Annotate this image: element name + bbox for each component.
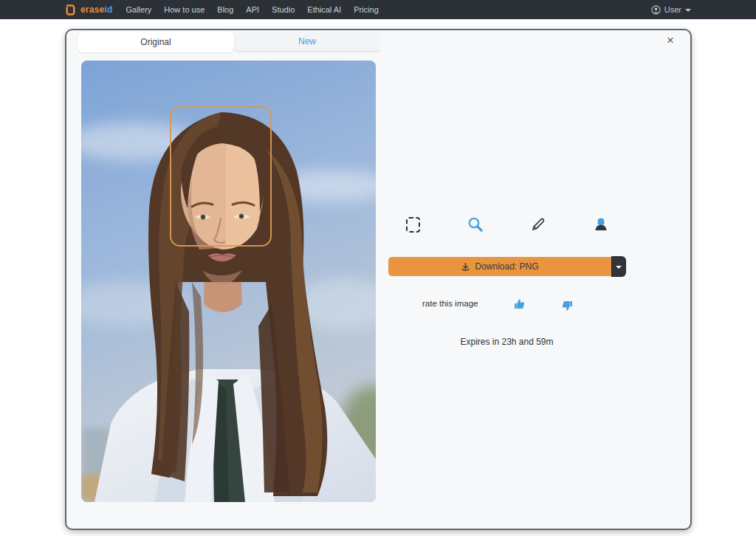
download-format-dropdown[interactable] [612, 257, 625, 276]
pencil-icon [530, 216, 546, 233]
tab-original[interactable]: Original [78, 32, 234, 52]
toolbar [388, 216, 625, 233]
tab-original-label: Original [140, 37, 171, 47]
result-dialog: Original New × [65, 29, 692, 530]
magnifier-icon [467, 216, 484, 233]
brand-name-secondary: id [104, 4, 112, 15]
user-menu[interactable]: User [651, 5, 691, 15]
thumbs-down-button[interactable] [561, 300, 574, 312]
close-icon: × [667, 34, 674, 47]
nav-link-how-to-use[interactable]: How to use [164, 5, 205, 14]
image-preview[interactable] [81, 61, 376, 502]
select-area-button[interactable] [404, 216, 422, 233]
nav-link-gallery[interactable]: Gallery [126, 5, 151, 14]
top-navbar: eraseid Gallery How to use Blog API Stud… [0, 0, 756, 19]
expiration-notice: Expires in 23h and 59m [388, 337, 625, 347]
download-button[interactable]: Download: PNG [388, 257, 611, 276]
actions-panel: Download: PNG rate this image Expires in… [388, 30, 625, 532]
download-icon [461, 262, 470, 272]
nav-links: Gallery How to use Blog API Studio Ethic… [126, 5, 378, 14]
rate-row: rate this image [388, 297, 625, 313]
select-area-icon [406, 217, 420, 233]
nav-link-pricing[interactable]: Pricing [354, 5, 379, 14]
download-button-label: Download: PNG [475, 261, 538, 272]
edit-button[interactable] [529, 216, 547, 233]
user-menu-caret-icon [685, 9, 691, 12]
close-dialog-button[interactable]: × [662, 32, 678, 48]
tab-new[interactable]: New [234, 32, 380, 52]
zoom-button[interactable] [467, 216, 484, 233]
nav-link-api[interactable]: API [246, 5, 259, 14]
brand-name-primary: erase [80, 4, 104, 15]
user-icon [651, 5, 661, 15]
thumbs-up-button[interactable] [513, 298, 526, 310]
nav-link-ethical-ai[interactable]: Ethical AI [307, 5, 341, 14]
portrait-photo [81, 61, 376, 502]
nav-link-blog[interactable]: Blog [217, 5, 233, 14]
person-icon [593, 216, 609, 233]
nav-link-studio[interactable]: Studio [272, 5, 295, 14]
user-menu-label: User [664, 5, 681, 14]
brand-name: eraseid [80, 4, 112, 15]
download-split-button: Download: PNG [388, 257, 625, 276]
eraseid-logo-icon [65, 4, 76, 16]
dropdown-caret-icon [616, 266, 622, 269]
brand-logo[interactable]: eraseid [65, 4, 112, 16]
tab-new-label: New [298, 36, 316, 47]
identity-button[interactable] [592, 216, 610, 233]
rate-label: rate this image [422, 299, 478, 308]
